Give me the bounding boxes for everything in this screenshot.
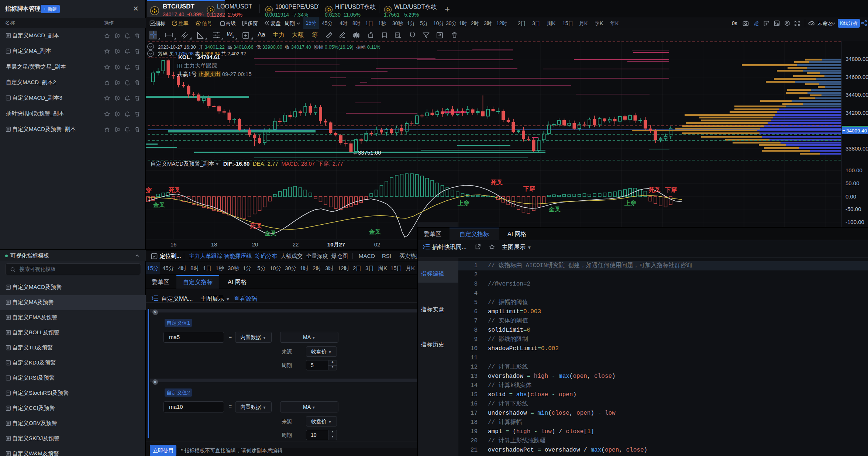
svg-text:34800.00: 34800.00 [845,56,868,62]
svg-text:02: 02 [374,241,380,248]
svg-text:金叉: 金叉 [369,229,381,235]
svg-text:死叉: 死叉 [490,179,503,186]
svg-text:-50.00: -50.00 [845,206,861,212]
svg-text:金叉: 金叉 [264,230,276,236]
svg-text:0.00: 0.00 [845,193,856,200]
svg-text:20: 20 [252,241,258,248]
svg-text:34600.00: 34600.00 [845,74,868,80]
svg-text:18: 18 [211,241,217,248]
svg-text:100.00: 100.00 [845,167,862,173]
svg-text:金叉: 金叉 [548,206,561,213]
svg-text:34200.00: 34200.00 [845,110,868,116]
svg-text:下穿: 下穿 [665,187,677,193]
svg-text:34009.40: 34009.40 [846,128,867,134]
svg-text:←33751.00: ←33751.00 [352,149,381,156]
svg-text:16: 16 [170,241,177,248]
svg-text:穿: 穿 [146,187,152,193]
svg-text:-100.00: -100.00 [845,219,864,225]
svg-text:50.00: 50.00 [845,180,860,186]
svg-text:上穿: 上穿 [624,200,636,206]
svg-text:10月27: 10月27 [327,241,345,248]
svg-text:死叉: 死叉 [168,187,180,193]
svg-text:死叉: 死叉 [250,223,262,229]
svg-text:下穿: 下穿 [523,186,535,192]
svg-text:22: 22 [293,241,299,248]
svg-text:33800.00: 33800.00 [845,145,868,152]
svg-text:上穿: 上穿 [457,200,469,206]
svg-text:金叉: 金叉 [153,202,165,208]
svg-text:34400.00: 34400.00 [845,91,868,98]
svg-text:死叉: 死叉 [648,187,661,193]
